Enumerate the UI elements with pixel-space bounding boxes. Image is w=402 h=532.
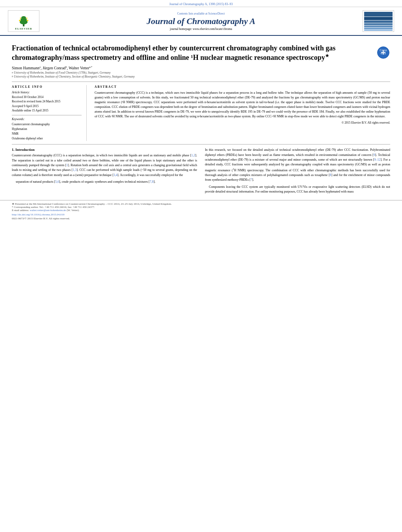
affiliation-b: b University of Hohenheim, Institute of … xyxy=(12,75,390,78)
keywords-heading: Keywords: xyxy=(12,117,82,121)
authors-line: Simon Hammanna, Jürgen Conradb, Walter V… xyxy=(12,66,390,70)
corresponding-author-note: * Corresponding author. Tel.: +49 711 45… xyxy=(12,206,390,209)
keyword-4: Octabromo diphenyl ether xyxy=(12,136,82,141)
two-col-info-abstract: ARTICLE INFO Article history: Received 3… xyxy=(12,82,390,141)
ref-1[interactable]: 1 xyxy=(66,163,68,167)
article-title-section: Fractionation of technical octabromodiph… xyxy=(12,44,390,63)
email-address: walter.vetter@uni-hohenheim.de xyxy=(30,209,66,212)
abstract-col: ABSTRACT Countercurrent chromatography (… xyxy=(95,85,390,141)
ref-9-12[interactable]: 9–12 xyxy=(374,158,380,161)
footer-notes: ★ Presented at the 8th International Con… xyxy=(12,202,390,212)
copyright-line: © 2015 Elsevier B.V. All rights reserved… xyxy=(95,121,390,124)
elsevier-label: ELSEVIER xyxy=(15,27,32,30)
svg-point-4 xyxy=(19,20,20,21)
main-content: Fractionation of technical octabromodiph… xyxy=(0,36,402,200)
email-label: E-mail address: xyxy=(12,209,29,212)
affiliations: a University of Hohenheim, Institute of … xyxy=(12,71,390,78)
intro-para-1: Countercurrent chromatography (CCC) is a… xyxy=(12,153,197,178)
intro-para-2: separation of natural products [5,6], cr… xyxy=(12,180,197,184)
journal-title: Journal of Chromatography A xyxy=(51,16,351,26)
available-online-date: Available online 15 April 2015 xyxy=(12,108,82,113)
footnote-star: ★ Presented at the 8th International Con… xyxy=(12,202,390,206)
author-sup-a: a xyxy=(39,66,41,68)
elsevier-logo: ELSEVIER xyxy=(8,10,43,32)
intro-text-left: Countercurrent chromatography (CCC) is a… xyxy=(12,153,197,184)
svg-point-3 xyxy=(21,16,26,19)
abstract-text: Countercurrent chromatography (CCC) is a… xyxy=(95,91,390,119)
ref-7[interactable]: 7 xyxy=(251,178,252,182)
star-footnote: ★ xyxy=(325,53,329,58)
received-date: Received 30 October 2014 xyxy=(12,95,82,99)
article-info-col: ARTICLE INFO Article history: Received 3… xyxy=(12,85,87,141)
journal-reference: Journal of Chromatography A, 1398 (2015)… xyxy=(169,2,233,6)
ref-1-3[interactable]: 1,3 xyxy=(73,168,76,172)
keyword-3: NMR xyxy=(12,132,82,136)
ref-5-6[interactable]: 5,6 xyxy=(55,180,59,184)
article-title: Fractionation of technical octabromodiph… xyxy=(12,44,370,63)
accepted-date: Accepted 9 April 2015 xyxy=(12,104,82,108)
ref-9[interactable]: 9 xyxy=(374,153,375,157)
ref-8[interactable]: 8 xyxy=(330,173,331,177)
journal-logo-right xyxy=(359,10,394,32)
svg-point-5 xyxy=(27,20,28,21)
email-name: (W. Vetter). xyxy=(67,209,79,212)
intro-text-right: In this research, we focused on the deta… xyxy=(205,148,390,194)
keywords-section: Keywords: Countercurrent chromatography … xyxy=(12,115,82,141)
page-footer: ★ Presented at the 8th International Con… xyxy=(0,200,402,222)
affiliation-a: a University of Hohenheim, Institute of … xyxy=(12,71,390,74)
aff-sup-b: b xyxy=(12,75,13,78)
body-two-col: 1. Introduction Countercurrent chromatog… xyxy=(12,148,390,196)
keyword-1: Countercurrent chromatography xyxy=(12,122,82,127)
introduction-heading: 1. Introduction xyxy=(12,148,197,152)
journal-homepage: journal homepage: www.elsevier.com/locat… xyxy=(51,27,351,31)
intro-para-right-1: In this research, we focused on the deta… xyxy=(205,148,390,182)
keyword-2: Hyphenation xyxy=(12,127,82,132)
svg-point-6 xyxy=(20,18,21,19)
section-divider xyxy=(12,144,390,145)
aff-sup-a: a xyxy=(12,71,13,74)
ref-3-4[interactable]: 3,4 xyxy=(114,173,117,177)
ref-1-2[interactable]: 1,2 xyxy=(191,154,195,157)
journal-top-bar: Journal of Chromatography A, 1398 (2015)… xyxy=(0,0,402,7)
article-history: Article history: Received 30 October 201… xyxy=(12,91,82,113)
right-journal-image xyxy=(363,10,394,32)
page-wrapper: Journal of Chromatography A, 1398 (2015)… xyxy=(0,0,402,222)
author-sup-a2: a,* xyxy=(89,66,92,68)
author-sup-b: b xyxy=(65,66,67,68)
article-info-heading: ARTICLE INFO xyxy=(12,85,82,89)
sciencedirect-text: Contents lists available at ScienceDirec… xyxy=(51,12,351,15)
journal-center: Contents lists available at ScienceDirec… xyxy=(51,12,351,31)
received-revised-date: Received in revised form 24 March 2015 xyxy=(12,99,82,104)
body-col-left: 1. Introduction Countercurrent chromatog… xyxy=(12,148,197,196)
history-heading: Article history: xyxy=(12,91,82,94)
crossmark-badge: Cross Mark xyxy=(376,46,390,60)
body-col-right: In this research, we focused on the deta… xyxy=(205,148,390,196)
abstract-heading: ABSTRACT xyxy=(95,85,390,89)
issn-line: 0021-9673/© 2015 Elsevier B.V. All right… xyxy=(12,217,390,220)
doi-line[interactable]: http://dx.doi.org/10.1016/j.chroma.2015.… xyxy=(12,213,390,216)
intro-para-right-2: Components leaving the CCC system are ty… xyxy=(205,185,390,195)
email-line: E-mail address: walter.vetter@uni-hohenh… xyxy=(12,209,390,212)
journal-header: ELSEVIER Contents lists available at Sci… xyxy=(0,7,402,36)
ref-7-8[interactable]: 7,8 xyxy=(150,180,154,184)
svg-point-7 xyxy=(26,18,28,19)
